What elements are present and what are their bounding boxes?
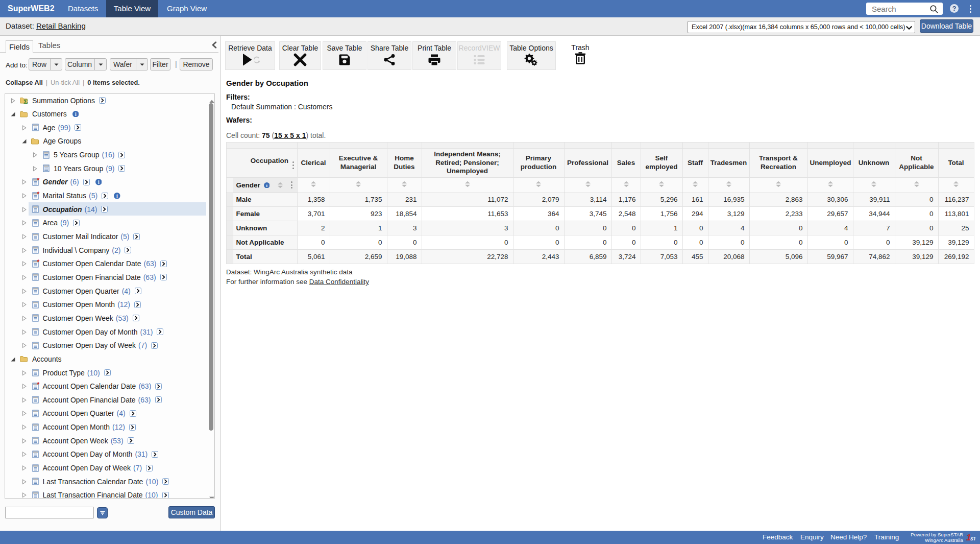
svg-text:*: *: [37, 258, 39, 266]
svg-text:*: *: [37, 177, 39, 184]
svg-text:*: *: [37, 381, 39, 388]
svg-text:?: ?: [952, 5, 957, 12]
svg-text:i: i: [75, 111, 77, 116]
svg-text:*: *: [37, 190, 39, 197]
svg-text:ST: ST: [970, 536, 975, 541]
svg-text:i: i: [116, 193, 118, 198]
svg-text:i: i: [98, 179, 100, 185]
svg-text:Σ: Σ: [23, 98, 28, 105]
